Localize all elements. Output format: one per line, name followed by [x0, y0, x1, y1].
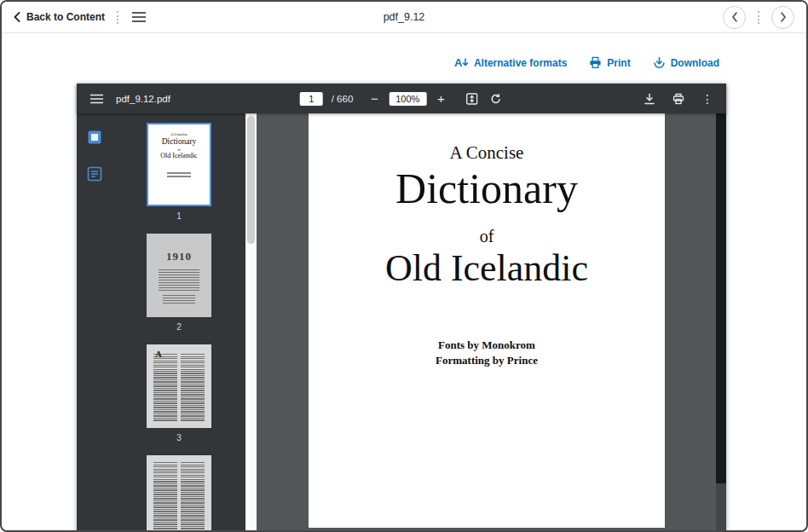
svg-text:A: A [454, 56, 463, 69]
thumb3-letter: A [155, 349, 162, 359]
page-scrollbar[interactable] [716, 113, 726, 532]
pdf-page: A Concise Dictionary of Old Icelandic Fo… [309, 113, 665, 528]
outline-view-button[interactable] [85, 165, 104, 183]
thumbnail-panel-scrollbar-thumb[interactable] [247, 116, 255, 244]
alternative-formats-label: Alternative formats [474, 57, 567, 69]
credit-line-2: Formatting by Prince [309, 353, 665, 368]
back-to-content-button[interactable]: Back to Content [14, 11, 105, 23]
print-icon [589, 56, 602, 69]
page-title-line2: Old Icelandic [309, 246, 665, 290]
next-item-button[interactable] [771, 6, 794, 29]
pdf-toolbar-center: / 660 − 100% + [300, 84, 504, 113]
thumbnail-page-1-preview: A Concise Dictionary of Old Icelandic [147, 123, 211, 206]
page-number-input[interactable] [300, 92, 323, 106]
pdf-overflow-menu-button[interactable]: ⋮ [700, 90, 715, 107]
pdf-print-button[interactable] [671, 91, 686, 107]
thumbnail-page-4-preview [147, 455, 211, 532]
thumb2-text-lines [159, 269, 199, 292]
thumbnail-view-button[interactable] [85, 128, 104, 147]
download-label: Download [671, 57, 719, 69]
chevron-left-icon [731, 12, 738, 22]
page-connector: of [309, 227, 665, 246]
rotate-button[interactable] [488, 91, 503, 107]
thumb1-text-line [167, 176, 191, 177]
text-column [153, 462, 177, 532]
thumb1-text-line [167, 172, 191, 174]
outline-view-icon [87, 166, 102, 182]
app-window: Back to Content pdf_9.12 A Alternative f… [0, 0, 808, 532]
print-button[interactable]: Print [589, 56, 630, 69]
download-icon [644, 93, 655, 105]
zoom-level-display[interactable]: 100% [389, 92, 426, 106]
fit-to-page-button[interactable] [464, 91, 479, 107]
page-credits: Fonts by Monokrom Formatting by Prince [309, 338, 665, 368]
download-icon [653, 56, 666, 69]
top-navigation-bar: Back to Content pdf_9.12 [2, 2, 806, 33]
thumb1-subtitle: A Concise [148, 132, 210, 136]
page-subtitle: A Concise [309, 113, 665, 164]
dotted-divider [117, 11, 118, 24]
pdf-toolbar-left: pdf_9.12.pdf [77, 92, 170, 106]
thumb1-title: Dictionary [148, 137, 210, 146]
chevron-right-icon [780, 12, 787, 22]
thumb4-text-columns [153, 462, 205, 532]
pdf-toolbar-right: ⋮ [642, 90, 726, 107]
thumbnail-page-2-preview: 1910 [147, 234, 211, 317]
thumbnail-page-3[interactable]: A 3 [147, 344, 211, 443]
document-title: pdf_9.12 [384, 11, 425, 23]
thumb2-year: 1910 [148, 250, 210, 263]
viewer-side-strip [77, 113, 113, 532]
thumbnail-panel: A Concise Dictionary of Old Icelandic 1 … [113, 113, 245, 532]
kebab-icon: ⋮ [701, 92, 713, 106]
download-button[interactable]: Download [653, 56, 719, 69]
hamburger-icon [90, 94, 103, 104]
thumbnail-page-2-label: 2 [176, 322, 182, 332]
thumbnail-page-3-preview: A [147, 344, 211, 428]
thumbnail-page-3-label: 3 [176, 433, 182, 443]
zoom-out-button[interactable]: − [368, 92, 380, 105]
thumbnail-page-1-label: 1 [176, 211, 182, 222]
top-navigation-controls [723, 6, 794, 29]
menu-button[interactable] [130, 10, 147, 24]
page-title-line1: Dictionary [309, 164, 665, 213]
fit-page-icon [465, 93, 477, 105]
page-total-label: / 660 [332, 94, 354, 104]
back-to-content-label: Back to Content [26, 11, 105, 23]
thumbnail-page-4[interactable] [147, 455, 211, 532]
thumb3-text-columns [153, 354, 205, 422]
pdf-viewer: pdf_9.12.pdf / 660 − 100% + [77, 84, 726, 532]
print-label: Print [607, 57, 630, 69]
credit-line-1: Fonts by Monokrom [309, 338, 665, 353]
thumbnail-page-2[interactable]: 1910 2 [147, 234, 211, 332]
rotate-icon [489, 93, 501, 105]
previous-item-button[interactable] [723, 6, 746, 29]
sidebar-toggle-button[interactable] [89, 92, 105, 106]
dotted-divider [758, 11, 759, 24]
print-icon [672, 93, 684, 105]
thumbnails-view-icon [87, 130, 102, 145]
page-scrollbar-thumb[interactable] [716, 113, 726, 483]
thumb1-title2: Old Icelandic [148, 152, 210, 159]
text-column [181, 354, 205, 422]
thumbnail-page-1[interactable]: A Concise Dictionary of Old Icelandic 1 [147, 123, 211, 222]
pdf-toolbar: pdf_9.12.pdf / 660 − 100% + [77, 84, 726, 113]
zoom-in-button[interactable]: + [435, 92, 447, 105]
alternative-formats-icon: A [454, 56, 469, 69]
document-actions: A Alternative formats Print Download [454, 56, 719, 69]
chevron-left-icon [14, 12, 20, 22]
hamburger-icon [132, 12, 146, 22]
alternative-formats-button[interactable]: A Alternative formats [454, 56, 567, 69]
pdf-download-button[interactable] [642, 91, 657, 107]
thumbnail-panel-scrollbar[interactable] [245, 113, 257, 532]
text-column [181, 462, 205, 532]
pdf-content-area: A Concise Dictionary of Old Icelandic Fo… [257, 113, 716, 532]
pdf-filename: pdf_9.12.pdf [116, 94, 170, 104]
thumb2-text-lines [163, 295, 195, 304]
text-column [153, 354, 177, 422]
